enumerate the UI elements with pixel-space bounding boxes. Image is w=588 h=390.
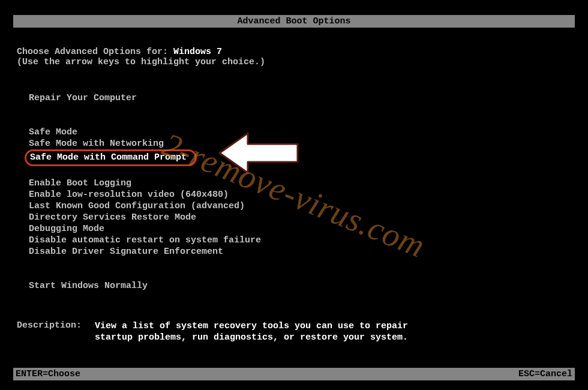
menu-item-disable-auto-restart[interactable]: Disable automatic restart on system fail…	[29, 235, 571, 246]
menu-item-disable-driver-sig[interactable]: Disable Driver Signature Enforcement	[29, 246, 571, 257]
choose-prefix: Choose Advanced Options for:	[17, 47, 173, 57]
footer-enter: ENTER=Choose	[16, 369, 80, 379]
menu-item-safe-mode-networking[interactable]: Safe Mode with Networking	[29, 138, 571, 149]
menu-item-last-known-good[interactable]: Last Known Good Configuration (advanced)	[29, 200, 571, 212]
menu-item-boot-logging[interactable]: Enable Boot Logging	[29, 178, 571, 189]
footer-esc: ESC=Cancel	[518, 369, 572, 379]
description-text: View a list of system recovery tools you…	[95, 320, 408, 343]
footer-bar: ENTER=Choose ESC=Cancel	[13, 368, 575, 380]
menu-item-repair[interactable]: Repair Your Computer	[29, 92, 571, 104]
description-line1: View a list of system recovery tools you…	[95, 320, 408, 332]
description-section: Description: View a list of system recov…	[17, 320, 571, 343]
content-area: Choose Advanced Options for: Windows 7 (…	[0, 47, 588, 343]
menu-item-debugging[interactable]: Debugging Mode	[29, 223, 571, 235]
boot-menu: Repair Your Computer Safe Mode Safe Mode…	[29, 92, 571, 292]
hint-line: (Use the arrow keys to highlight your ch…	[17, 57, 571, 67]
title-bar: Advanced Boot Options	[13, 15, 575, 28]
menu-item-low-res[interactable]: Enable low-resolution video (640x480)	[29, 189, 571, 200]
os-name: Windows 7	[173, 47, 222, 57]
menu-item-ds-restore[interactable]: Directory Services Restore Mode	[29, 212, 571, 223]
description-line2: startup problems, run diagnostics, or re…	[95, 332, 408, 343]
menu-item-safe-mode-cmd-highlighted[interactable]: Safe Mode with Command Prompt	[25, 149, 197, 166]
header-section: Choose Advanced Options for: Windows 7 (…	[17, 47, 571, 67]
choose-line: Choose Advanced Options for: Windows 7	[17, 47, 571, 57]
menu-item-safe-mode[interactable]: Safe Mode	[29, 127, 571, 138]
window-title: Advanced Boot Options	[237, 16, 350, 26]
menu-item-start-normally[interactable]: Start Windows Normally	[29, 280, 571, 292]
description-label: Description:	[17, 320, 95, 343]
